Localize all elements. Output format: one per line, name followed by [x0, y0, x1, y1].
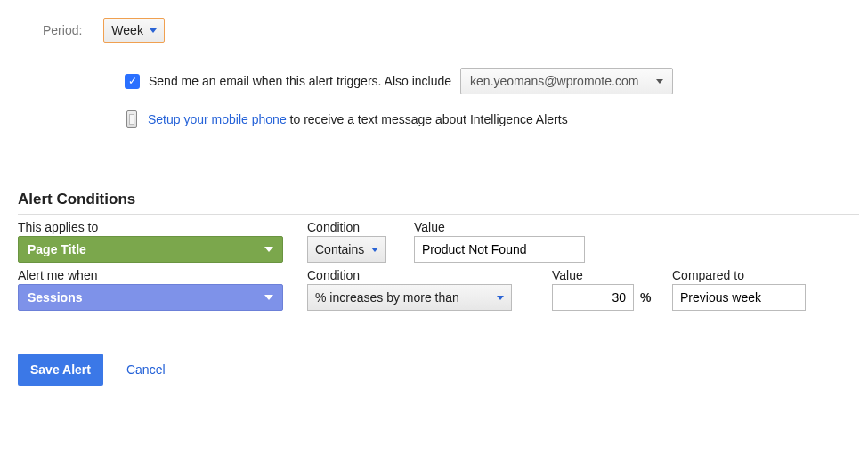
alert-value-label: Value: [552, 268, 654, 282]
chevron-down-icon: [497, 296, 504, 300]
alert-metric-value: Sessions: [28, 290, 82, 305]
email-checkbox[interactable]: ✓: [125, 74, 140, 89]
save-alert-button[interactable]: Save Alert: [18, 354, 103, 386]
email-recipient-value: ken.yeomans@wpromote.com: [470, 74, 638, 88]
chevron-down-icon: [264, 247, 273, 252]
applies-to-label: This applies to: [18, 220, 307, 234]
applies-condition-select[interactable]: Contains: [307, 236, 386, 263]
applies-condition-label: Condition: [307, 220, 414, 234]
alert-value-input[interactable]: [552, 284, 634, 311]
phone-icon: [126, 110, 137, 128]
setup-mobile-link[interactable]: Setup your mobile phone: [148, 112, 287, 126]
applies-value-label: Value: [414, 220, 592, 234]
applies-dimension-select[interactable]: Page Title: [18, 236, 283, 263]
cancel-button[interactable]: Cancel: [126, 362, 166, 377]
applies-dimension-value: Page Title: [28, 242, 86, 256]
alert-condition-value: % increases by more than: [315, 290, 459, 305]
period-dropdown-value: Week: [111, 23, 143, 37]
chevron-down-icon: [371, 248, 378, 252]
period-row: Period: Week: [18, 18, 859, 43]
alert-condition-label: Condition: [307, 268, 552, 282]
mobile-suffix-text: to receive a text message about Intellig…: [287, 112, 568, 126]
chevron-down-icon: [656, 79, 663, 84]
footer: Save Alert Cancel: [18, 354, 859, 386]
alert-metric-select[interactable]: Sessions: [18, 284, 283, 311]
alert-condition-select[interactable]: % increases by more than: [307, 284, 512, 311]
alert-compared-label: Compared to: [672, 268, 819, 282]
alert-conditions-header: Alert Conditions: [18, 191, 859, 208]
compared-to-input[interactable]: [672, 284, 806, 311]
divider: [18, 214, 859, 215]
period-dropdown[interactable]: Week: [103, 18, 165, 43]
percent-symbol: %: [637, 290, 672, 305]
period-label: Period:: [43, 23, 82, 37]
email-text: Send me an email when this alert trigger…: [149, 74, 451, 88]
mobile-row: Setup your mobile phone to receive a tex…: [125, 110, 859, 128]
alert-when-label: Alert me when: [18, 268, 307, 282]
chevron-down-icon: [264, 295, 273, 300]
email-recipient-dropdown[interactable]: ken.yeomans@wpromote.com: [460, 68, 673, 94]
applies-value-input[interactable]: [414, 236, 585, 263]
applies-condition-value: Contains: [315, 242, 364, 256]
email-row: ✓ Send me an email when this alert trigg…: [125, 68, 859, 94]
chevron-down-icon: [150, 28, 157, 33]
